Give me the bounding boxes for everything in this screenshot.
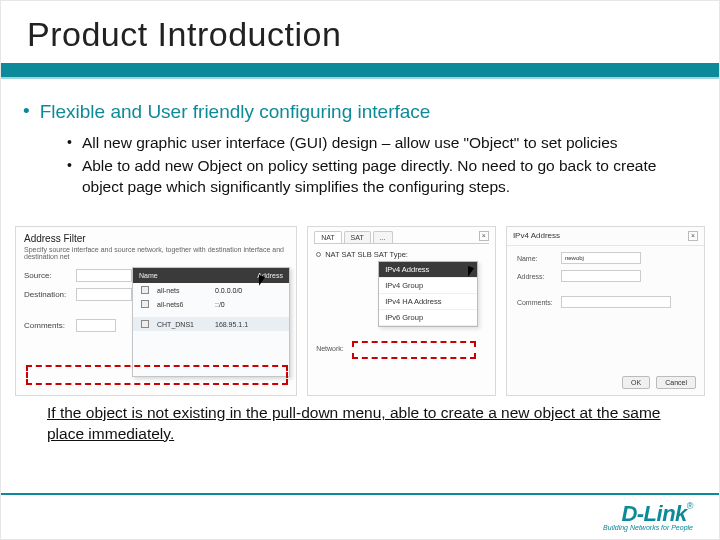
name-input[interactable]: newobj	[561, 252, 641, 264]
label-comments: Comments:	[24, 321, 70, 330]
tab-bar: NAT SAT ... ×	[308, 227, 495, 243]
obj-addr: ::/0	[215, 301, 225, 308]
tab-nat[interactable]: NAT	[314, 231, 341, 243]
sub-bullet-text: Able to add new Object on policy setting…	[82, 156, 689, 198]
obj-addr: 0.0.0.0/0	[215, 287, 242, 294]
dialog-buttons: OK Cancel	[622, 376, 696, 389]
screenshot-address-filter: Address Filter Specify source interface …	[15, 226, 297, 396]
radio-icon[interactable]	[316, 252, 321, 257]
tab-sat[interactable]: SAT	[344, 231, 371, 243]
dialog-form: Name: newobj Address: Comments:	[507, 246, 704, 320]
label-source: Source:	[24, 271, 70, 280]
dropdown-item[interactable]: IPv6 Group	[379, 310, 477, 326]
label-comments: Comments:	[517, 299, 553, 306]
popup-row[interactable]: all-nets 0.0.0.0/0	[133, 283, 289, 297]
slide-title: Product Introduction	[1, 1, 719, 54]
panel-subtitle: Specify source interface and source netw…	[16, 246, 296, 266]
dialog: IPv4 Address × Name: newobj Address: Com…	[507, 227, 704, 395]
highlight-box	[26, 365, 288, 385]
footer-accent	[1, 493, 719, 495]
popup-row[interactable]: all-nets6 ::/0	[133, 297, 289, 311]
col-address: Address	[257, 272, 283, 279]
dropdown-item-selected[interactable]: IPv4 Address	[379, 262, 477, 278]
brand-tagline: Building Networks for People	[603, 524, 693, 531]
bullet-dot-icon: •	[23, 101, 30, 123]
registered-icon: ®	[687, 501, 693, 511]
bullet-level2: • All new graphic user interface (GUI) d…	[67, 133, 689, 154]
comments-input[interactable]	[561, 296, 671, 308]
dialog-header: IPv4 Address ×	[507, 227, 704, 246]
screenshot-row: Address Filter Specify source interface …	[15, 226, 705, 396]
form-row: Comments:	[517, 296, 694, 308]
cancel-button[interactable]: Cancel	[656, 376, 696, 389]
form-row: Address:	[517, 270, 694, 282]
dest-interface-field[interactable]	[76, 288, 132, 301]
body-content: • Flexible and User friendly configuring…	[23, 101, 689, 200]
screenshot-new-object-dialog: IPv4 Address × Name: newobj Address: Com…	[506, 226, 705, 396]
name-value: newobj	[565, 255, 584, 261]
title-bar: Product Introduction	[1, 1, 719, 79]
source-interface-field[interactable]	[76, 269, 132, 282]
brand-text: D-Link	[621, 501, 686, 526]
obj-name: all-nets6	[157, 301, 207, 308]
col-name: Name	[139, 272, 158, 279]
popup-row-highlighted[interactable]: CHT_DNS1 168.95.1.1	[133, 317, 289, 331]
caption-text: If the object is not existing in the pul…	[47, 403, 673, 445]
bullet-level1: • Flexible and User friendly configuring…	[23, 101, 689, 123]
comments-field[interactable]	[76, 319, 116, 332]
accent-bar	[1, 63, 719, 77]
ok-button[interactable]: OK	[622, 376, 650, 389]
popup-header: Name Address	[133, 268, 289, 283]
brand-logo: D-Link® Building Networks for People	[603, 501, 693, 531]
address-input[interactable]	[561, 270, 641, 282]
object-icon	[141, 300, 149, 308]
form-row: Name: newobj	[517, 252, 694, 264]
dialog-title: IPv4 Address	[513, 231, 560, 241]
object-icon	[141, 320, 149, 328]
screenshot-nat-sat: NAT SAT ... × NAT SAT SLB SAT Type: IPv4…	[307, 226, 496, 396]
object-icon	[141, 286, 149, 294]
bullet1-text: Flexible and User friendly configuring i…	[40, 101, 431, 123]
close-icon[interactable]: ×	[688, 231, 698, 241]
panel-title: Address Filter	[16, 227, 296, 246]
obj-name: CHT_DNS1	[157, 321, 207, 328]
label-destination: Destination:	[24, 290, 70, 299]
close-icon[interactable]: ×	[479, 231, 489, 241]
object-dropdown-popup: Name Address all-nets 0.0.0.0/0 all-nets…	[132, 267, 290, 377]
sub-bullet-text: All new graphic user interface (GUI) des…	[82, 133, 618, 154]
label-address: Address:	[517, 273, 553, 280]
tab-more[interactable]: ...	[373, 231, 393, 243]
highlight-box	[352, 341, 476, 359]
label-network: Network:	[316, 345, 344, 352]
setting-line: NAT SAT SLB SAT Type:	[308, 244, 495, 259]
label-name: Name:	[517, 255, 553, 262]
obj-name: all-nets	[157, 287, 207, 294]
bullet-level2: • Able to add new Object on policy setti…	[67, 156, 689, 198]
bullet-dot-icon: •	[67, 133, 72, 154]
bullet-dot-icon: •	[67, 156, 72, 198]
dropdown-item[interactable]: IPv4 Group	[379, 278, 477, 294]
slide: Product Introduction • Flexible and User…	[0, 0, 720, 540]
obj-addr: 168.95.1.1	[215, 321, 248, 328]
setting-label: NAT SAT SLB SAT Type:	[325, 250, 408, 259]
dropdown-item[interactable]: IPv4 HA Address	[379, 294, 477, 310]
type-dropdown: IPv4 Address IPv4 Group IPv4 HA Address …	[378, 261, 478, 327]
